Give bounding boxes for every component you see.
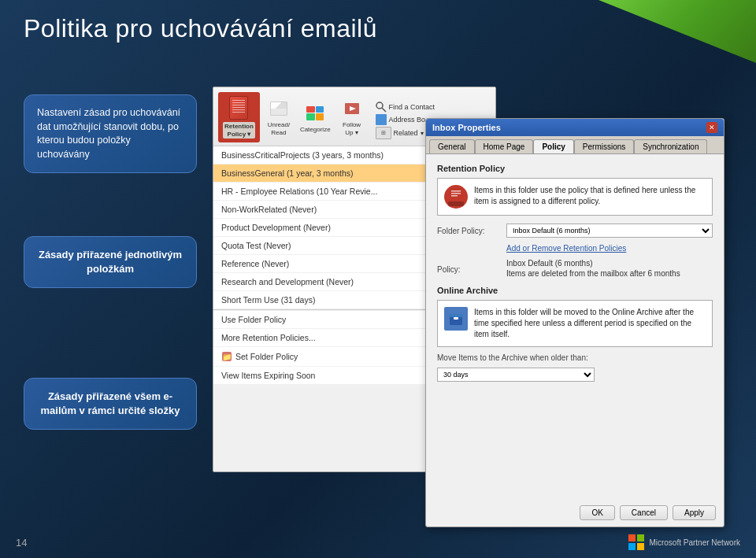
retention-info-text: Items in this folder use the policy that… bbox=[474, 185, 706, 207]
ok-button[interactable]: OK bbox=[580, 505, 614, 520]
retention-policy-header: Retention Policy bbox=[437, 164, 713, 173]
svg-rect-12 bbox=[449, 314, 463, 317]
svg-rect-8 bbox=[451, 193, 461, 194]
svg-rect-14 bbox=[628, 534, 636, 541]
dialog-tabs: General Home Page Policy Permissions Syn… bbox=[426, 136, 724, 154]
address-book-icon bbox=[376, 114, 387, 125]
dialog-buttons: OK Cancel Apply bbox=[580, 505, 716, 520]
svg-rect-7 bbox=[451, 190, 461, 192]
retention-info-box: Items in this folder use the policy that… bbox=[437, 178, 713, 216]
policy-detail: Items are deleted from the mailbox after… bbox=[506, 269, 713, 278]
address-book-row: Address Bo... bbox=[376, 114, 432, 125]
tab-policy[interactable]: Policy bbox=[533, 139, 573, 153]
policy-row: Policy: Inbox Default (6 months) Items a… bbox=[437, 259, 713, 279]
retention-info-icon bbox=[444, 185, 468, 209]
partner-logo: Microsoft Partner Network bbox=[628, 534, 740, 550]
find-contact-row: Find a Contact bbox=[376, 102, 435, 113]
move-archive-select[interactable]: 30 days bbox=[437, 368, 595, 382]
tab-general[interactable]: General bbox=[429, 139, 475, 153]
related-text[interactable]: Related bbox=[394, 129, 418, 137]
categorize-icon bbox=[304, 102, 326, 124]
svg-rect-10 bbox=[448, 201, 464, 206]
archive-section: Online Archive Items in this folder will… bbox=[437, 286, 713, 382]
archive-info-box: Items in this folder will be moved to th… bbox=[437, 300, 713, 347]
dialog-title: Inbox Properties bbox=[432, 123, 501, 132]
svg-line-3 bbox=[382, 108, 386, 112]
policy-label: Policy: bbox=[437, 265, 500, 274]
bubble-top: Nastavení zásad pro uchovávání dat umožň… bbox=[24, 94, 197, 173]
dialog-close-button[interactable]: ✕ bbox=[706, 122, 717, 133]
unread-icon bbox=[268, 98, 290, 120]
dialog-titlebar: Inbox Properties ✕ bbox=[426, 119, 724, 136]
microsoft-logo bbox=[628, 534, 644, 550]
archive-header: Online Archive bbox=[437, 286, 713, 295]
cancel-button[interactable]: Cancel bbox=[620, 505, 668, 520]
archive-icon bbox=[444, 307, 468, 331]
svg-rect-15 bbox=[637, 534, 644, 541]
folder-policy-label: Folder Policy: bbox=[437, 227, 500, 235]
bubble-bot: Zásady přiřazené všem e-mailům v rámci u… bbox=[24, 378, 197, 430]
folder-policy-row: Folder Policy: Inbox Default (6 months) bbox=[437, 224, 713, 238]
find-contact-text[interactable]: Find a Contact bbox=[389, 103, 435, 111]
bubble-mid: Zásady přiřazené jednotlivým položkám bbox=[24, 236, 197, 288]
tab-permissions[interactable]: Permissions bbox=[574, 139, 634, 153]
follow-up-button[interactable]: FollowUp ▾ bbox=[335, 92, 369, 142]
categorize-label: Categorize bbox=[300, 126, 331, 133]
svg-text:📁: 📁 bbox=[222, 352, 232, 362]
svg-rect-16 bbox=[628, 543, 636, 550]
svg-rect-13 bbox=[454, 317, 458, 320]
inbox-properties-dialog: Inbox Properties ✕ General Home Page Pol… bbox=[425, 118, 724, 527]
page-title: Politika pro uchovávání emailů bbox=[24, 14, 377, 43]
unread-read-button[interactable]: Unread/Read bbox=[261, 92, 296, 142]
retention-icon bbox=[229, 96, 248, 120]
tab-synchronization[interactable]: Synchronization bbox=[634, 139, 707, 153]
apply-button[interactable]: Apply bbox=[673, 505, 716, 520]
svg-rect-17 bbox=[637, 543, 644, 550]
svg-point-2 bbox=[376, 102, 383, 109]
move-label: Move Items to the Archive when older tha… bbox=[437, 353, 713, 362]
policy-value: Inbox Default (6 months) bbox=[506, 259, 713, 268]
tab-home-page[interactable]: Home Page bbox=[475, 139, 534, 153]
retention-policy-button[interactable]: RetentionPolicy ▾ bbox=[218, 92, 260, 142]
retention-label: RetentionPolicy ▾ bbox=[223, 122, 255, 139]
unread-label: Unread/Read bbox=[268, 121, 290, 136]
follow-up-label: FollowUp ▾ bbox=[343, 121, 361, 136]
categorize-button[interactable]: Categorize bbox=[298, 92, 333, 142]
archive-info-text: Items in this folder will be moved to th… bbox=[474, 307, 706, 340]
partner-network-text: Microsoft Partner Network bbox=[649, 538, 740, 547]
related-row: ⊞ Related ▾ bbox=[376, 127, 424, 139]
page-number: 14 bbox=[16, 537, 27, 549]
dialog-content: Retention Policy Items in this folder us… bbox=[426, 154, 724, 499]
related-icon: ⊞ bbox=[376, 127, 391, 139]
svg-rect-9 bbox=[451, 195, 458, 197]
add-remove-link[interactable]: Add or Remove Retention Policies bbox=[506, 244, 713, 253]
folder-policy-select[interactable]: Inbox Default (6 months) bbox=[506, 224, 713, 238]
follow-up-icon bbox=[341, 98, 363, 120]
